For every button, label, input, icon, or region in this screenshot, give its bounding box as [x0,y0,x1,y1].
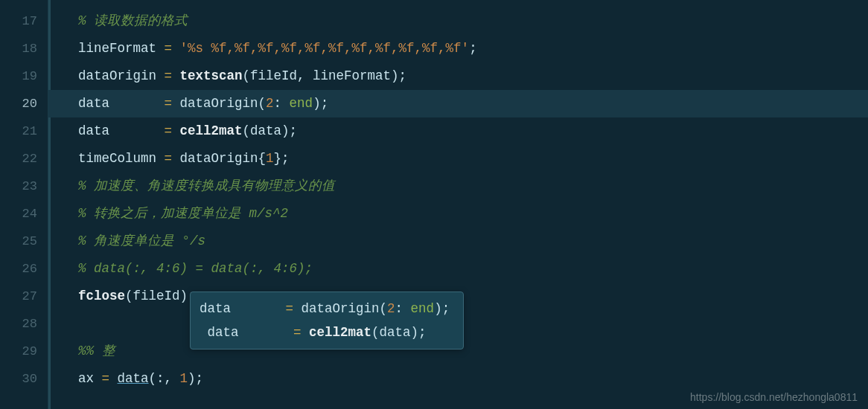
function-call: cell2mat [180,124,243,138]
comment: % 角速度单位是 °/s [78,234,205,248]
line-number: 26 [0,255,37,283]
tooltip-line: data = dataOrigin(2: end); [200,297,450,321]
line-number: 22 [0,145,37,173]
comment: % data(:, 4:6) = data(:, 4:6); [78,262,313,275]
function-call: fclose [78,289,125,303]
function-call: cell2mat [309,326,371,339]
tooltip-line: data = cell2mat(data); [200,321,450,344]
text: dataOrigin{ [172,152,266,165]
line-number: 25 [0,228,37,255]
code-line[interactable]: % 读取数据的格式 [48,7,868,35]
colon: : [274,97,290,110]
code-editor[interactable]: 17 18 19 20 21 22 23 24 25 26 27 28 29 3… [0,0,868,409]
watermark: https://blog.csdn.net/hezhongla0811 [690,392,858,403]
colon: : [395,302,411,315]
semicolon: ; [469,42,477,55]
arguments: (:, [149,372,180,385]
comment: % 读取数据的格式 [78,14,188,28]
operator: = [102,372,110,385]
code-line[interactable]: ax = data(:, 1); [48,365,868,393]
comment: %% 整 [78,344,115,358]
line-number: 19 [0,62,37,90]
variable: data [200,302,286,315]
comment: % 转换之后，加速度单位是 m/s^2 [78,207,288,220]
arguments: (fileId, lineFormat); [243,69,407,83]
operator: = [293,326,301,339]
code-line[interactable]: lineFormat = '%s %f,%f,%f,%f,%f,%f,%f,%f… [48,35,868,62]
number: 2 [266,97,274,110]
line-number: 30 [0,365,37,393]
operator: = [165,42,173,55]
variable: data [78,97,165,110]
string-literal: '%s %f,%f,%f,%f,%f,%f,%f,%f,%f,%f,%f' [180,42,470,55]
function-call: textscan [180,69,243,83]
space [172,124,180,138]
code-line[interactable]: data = cell2mat(data); [48,117,868,145]
code-line[interactable]: % 加速度、角速度转换成具有物理意义的值 [48,173,868,200]
text: dataOrigin( [293,302,387,315]
line-number: 27 [0,283,37,310]
line-number: 29 [0,338,37,365]
variable: data [200,326,293,339]
line-number: 17 [0,7,37,35]
close-paren: ); [434,302,450,315]
text: dataOrigin( [172,97,266,110]
space [109,372,118,385]
identifier-underlined: data [118,372,149,385]
variable: lineFormat [78,42,165,55]
arguments: (data); [371,326,427,339]
arguments: (data); [243,124,298,138]
space [172,42,180,55]
operator: = [165,152,173,165]
close-paren: ); [313,97,328,110]
arguments: (fileId); [125,289,196,303]
code-area[interactable]: % 读取数据的格式 lineFormat = '%s %f,%f,%f,%f,%… [48,0,868,409]
line-number: 24 [0,200,37,228]
space [301,326,310,339]
code-tooltip: data = dataOrigin(2: end); data = cell2m… [190,292,464,350]
operator: = [286,302,294,315]
variable: timeColumn [78,152,165,165]
line-number: 23 [0,173,37,200]
code-line[interactable]: % data(:, 4:6) = data(:, 4:6); [48,255,868,283]
keyword-end: end [411,302,435,315]
keyword-end: end [290,97,313,110]
variable: ax [78,372,102,385]
line-number-gutter: 17 18 19 20 21 22 23 24 25 26 27 28 29 3… [0,0,48,409]
code-line-current[interactable]: data = dataOrigin(2: end); [48,90,868,117]
number: 2 [387,302,395,315]
space [172,69,180,83]
line-number-current: 20 [0,90,37,117]
arguments: ); [188,372,203,385]
code-line[interactable]: % 角速度单位是 °/s [48,228,868,255]
number: 1 [180,372,188,385]
operator: = [165,69,173,83]
line-number: 28 [0,310,37,338]
variable: dataOrigin [78,69,165,83]
line-number: 21 [0,117,37,145]
number: 1 [266,152,274,165]
line-number: 18 [0,35,37,62]
comment: % 加速度、角速度转换成具有物理意义的值 [78,179,335,193]
operator: = [165,124,173,138]
operator: = [165,97,173,110]
variable: data [78,124,165,138]
code-line[interactable]: dataOrigin = textscan(fileId, lineFormat… [48,62,868,90]
code-line[interactable]: % 转换之后，加速度单位是 m/s^2 [48,200,868,228]
close-brace: }; [274,152,290,165]
code-line[interactable]: timeColumn = dataOrigin{1}; [48,145,868,173]
